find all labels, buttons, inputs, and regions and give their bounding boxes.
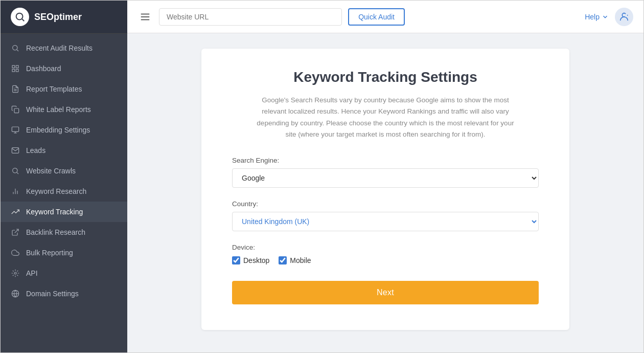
trending-icon xyxy=(11,207,20,216)
quick-audit-button[interactable]: Quick Audit xyxy=(348,8,405,26)
svg-line-15 xyxy=(17,172,18,174)
sidebar-item-label: White Label Reports xyxy=(26,105,91,114)
svg-rect-4 xyxy=(12,65,15,68)
sidebar-item-label: Leads xyxy=(26,146,45,155)
desktop-checkbox[interactable] xyxy=(232,256,240,264)
sidebar-item-website-crawls[interactable]: Website Crawls xyxy=(1,161,127,181)
api-icon xyxy=(11,269,20,278)
mobile-checkbox[interactable] xyxy=(279,256,287,264)
sidebar-item-leads[interactable]: Leads xyxy=(1,140,127,161)
sidebar-item-domain-settings[interactable]: Domain Settings xyxy=(1,283,127,304)
logo-icon xyxy=(11,8,29,26)
help-button[interactable]: Help xyxy=(585,13,609,21)
sidebar: SEOptimer Recent Audit Results Dashboard… xyxy=(1,1,127,352)
monitor-icon xyxy=(11,125,20,135)
header: Quick Audit Help xyxy=(127,1,643,33)
logo-text: SEOptimer xyxy=(34,12,82,23)
bar-chart-icon xyxy=(11,187,20,196)
svg-rect-10 xyxy=(14,108,19,113)
svg-point-14 xyxy=(13,168,17,173)
external-link-icon xyxy=(11,228,20,237)
mobile-checkbox-label[interactable]: Mobile xyxy=(279,256,311,264)
sidebar-item-label: Recent Audit Results xyxy=(26,44,93,52)
device-label: Device: xyxy=(232,244,539,251)
svg-rect-7 xyxy=(16,69,18,72)
sidebar-item-keyword-tracking[interactable]: Keyword Tracking xyxy=(1,202,127,222)
device-group: Device: Desktop Mobile xyxy=(232,244,539,264)
sidebar-item-api[interactable]: API xyxy=(1,263,127,283)
sidebar-item-label: Domain Settings xyxy=(26,290,79,298)
sidebar-item-embedding[interactable]: Embedding Settings xyxy=(1,120,127,140)
sidebar-item-label: Report Templates xyxy=(26,85,82,93)
search-engine-label: Search Engine: xyxy=(232,157,539,164)
user-avatar[interactable] xyxy=(615,8,633,26)
svg-point-0 xyxy=(16,13,23,20)
page-content: Keyword Tracking Settings Google's Searc… xyxy=(127,33,643,352)
sidebar-item-label: Bulk Reporting xyxy=(26,249,73,257)
sidebar-navigation: Recent Audit Results Dashboard Report Te… xyxy=(1,34,127,352)
svg-rect-5 xyxy=(16,65,18,68)
svg-point-2 xyxy=(13,46,17,50)
svg-point-20 xyxy=(14,272,16,274)
desktop-checkbox-label[interactable]: Desktop xyxy=(232,256,269,264)
dashboard-icon xyxy=(11,64,20,73)
mail-icon xyxy=(11,146,20,155)
search-engine-select[interactable]: Google Bing Yahoo xyxy=(232,168,539,188)
next-button[interactable]: Next xyxy=(232,281,539,304)
svg-rect-11 xyxy=(12,127,18,131)
sidebar-item-label: API xyxy=(26,269,38,277)
country-group: Country: United Kingdom (UK) United Stat… xyxy=(232,200,539,231)
sidebar-item-backlink-research[interactable]: Backlink Research xyxy=(1,222,127,242)
sidebar-item-keyword-research[interactable]: Keyword Research xyxy=(1,181,127,202)
globe-icon xyxy=(11,289,20,298)
sidebar-item-label: Keyword Research xyxy=(26,187,86,195)
search-engine-group: Search Engine: Google Bing Yahoo xyxy=(232,157,539,188)
desktop-label: Desktop xyxy=(243,256,269,264)
page-description: Google's Search Results vary by country … xyxy=(252,95,518,140)
hamburger-button[interactable] xyxy=(137,9,153,25)
main-area: Quick Audit Help Keyword Tracking Settin… xyxy=(127,1,643,352)
sidebar-item-label: Backlink Research xyxy=(26,228,85,236)
sidebar-item-label: Keyword Tracking xyxy=(26,208,83,216)
url-input[interactable] xyxy=(159,8,342,26)
svg-line-19 xyxy=(15,229,18,233)
copy-icon xyxy=(11,105,20,114)
svg-line-1 xyxy=(22,19,24,21)
search-icon xyxy=(11,43,20,53)
sidebar-logo[interactable]: SEOptimer xyxy=(1,1,127,34)
svg-rect-6 xyxy=(12,69,15,72)
sidebar-item-bulk-reporting[interactable]: Bulk Reporting xyxy=(1,242,127,263)
sidebar-item-dashboard[interactable]: Dashboard xyxy=(1,58,127,79)
sidebar-item-report-templates[interactable]: Report Templates xyxy=(1,79,127,99)
page-title: Keyword Tracking Settings xyxy=(232,69,539,85)
sidebar-item-white-label[interactable]: White Label Reports xyxy=(1,99,127,120)
mobile-label: Mobile xyxy=(290,256,311,264)
cloud-icon xyxy=(11,248,20,257)
search-circle-icon xyxy=(11,166,20,175)
country-select[interactable]: United Kingdom (UK) United States (US) A… xyxy=(232,212,539,231)
sidebar-item-label: Website Crawls xyxy=(26,167,76,175)
file-edit-icon xyxy=(11,84,20,94)
sidebar-item-label: Embedding Settings xyxy=(26,126,90,134)
country-label: Country: xyxy=(232,200,539,208)
settings-card: Keyword Tracking Settings Google's Searc… xyxy=(201,49,569,330)
sidebar-item-recent-audit[interactable]: Recent Audit Results xyxy=(1,38,127,58)
svg-line-3 xyxy=(17,50,18,51)
device-checkboxes: Desktop Mobile xyxy=(232,256,539,264)
sidebar-item-label: Dashboard xyxy=(26,64,61,73)
